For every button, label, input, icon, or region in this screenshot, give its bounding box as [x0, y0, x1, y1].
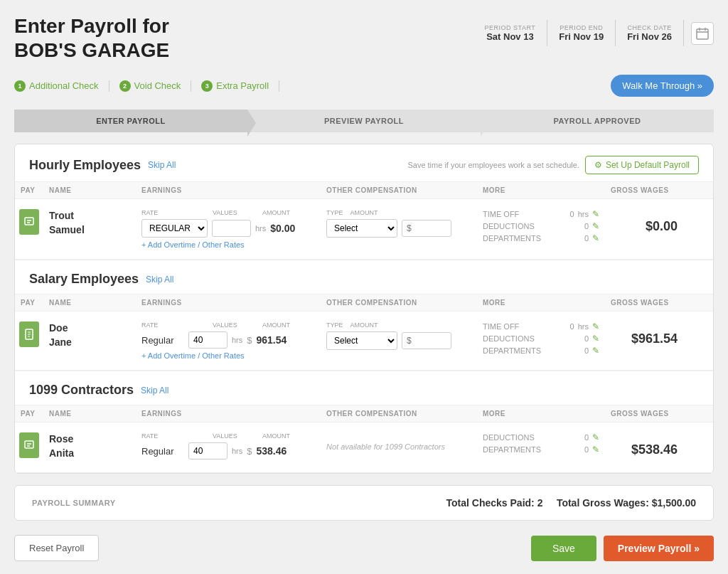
wrench-icon: ⚙ — [594, 160, 602, 170]
contractor-departments-edit-icon[interactable]: ✎ — [592, 445, 599, 455]
preview-payroll-button[interactable]: Preview Payroll » — [604, 536, 714, 561]
period-end: PERIOD END Fri Nov 19 — [547, 20, 616, 46]
salary-section: Salary Employees Skip All PAY NAME EARNI… — [15, 260, 713, 371]
hours-input[interactable] — [212, 220, 251, 237]
svg-rect-4 — [25, 218, 33, 225]
salary-hours-input[interactable] — [188, 331, 228, 349]
footer-buttons: Reset Payroll Save Preview Payroll » — [14, 535, 714, 561]
employee-pay-icon — [19, 209, 39, 235]
comp-amount-input[interactable] — [402, 220, 451, 237]
table-row: Doe Jane RATE VALUES AMOUNT Regular hrs … — [15, 312, 713, 371]
deductions-edit-icon[interactable]: ✎ — [592, 221, 599, 231]
salary-skip-all[interactable]: Skip All — [146, 275, 173, 285]
additional-check-icon: 1 — [14, 80, 26, 92]
add-overtime-link[interactable]: + Add Overtime / Other Rates — [141, 351, 315, 360]
summary-values: Total Checks Paid: 2 Total Gross Wages: … — [446, 497, 696, 509]
contractors-other-comp-cell: Not available for 1099 Contractors — [321, 430, 477, 454]
contractor-earnings-amount: 538.46 — [257, 445, 296, 457]
departments-edit-icon[interactable]: ✎ — [592, 233, 599, 243]
contractors-section-title: 1099 Contractors — [29, 383, 134, 398]
salary-other-comp-cell: TYPE AMOUNT Select — [321, 319, 477, 353]
payroll-summary-card: PAYROLL SUMMARY Total Checks Paid: 2 Tot… — [14, 485, 714, 521]
salary-earnings-amount: 961.54 — [257, 334, 296, 346]
step-payroll-approved[interactable]: PAYROLL APPROVED — [481, 110, 714, 132]
salary-gross-amount: $961.54 — [611, 331, 678, 346]
hourly-skip-all[interactable]: Skip All — [148, 160, 176, 170]
progress-steps: ENTER PAYROLL PREVIEW PAYROLL PAYROLL AP… — [14, 110, 714, 132]
contractor-gross-amount: $538.46 — [611, 442, 678, 457]
extra-payroll-link[interactable]: 3 Extra Payroll — [201, 80, 279, 92]
contractor-deductions-edit-icon[interactable]: ✎ — [592, 432, 599, 442]
contractor-hours-input[interactable] — [188, 442, 228, 459]
employee-pay-icon — [19, 321, 39, 347]
svg-rect-11 — [25, 441, 33, 448]
void-check-icon: 2 — [119, 80, 131, 92]
svg-rect-0 — [697, 29, 708, 39]
contractors-skip-all[interactable]: Skip All — [141, 386, 168, 395]
extra-payroll-icon: 3 — [201, 80, 213, 92]
main-payroll-card: Hourly Employees Skip All Save time if y… — [14, 144, 714, 474]
salary-time-off-edit-icon[interactable]: ✎ — [592, 321, 599, 331]
period-start: PERIOD START Sat Nov 13 — [473, 20, 548, 46]
table-row: Rose Anita RATE VALUES AMOUNT Regular hr… — [15, 422, 713, 473]
contractors-earnings-cell: RATE VALUES AMOUNT Regular hrs $ 538.46 — [136, 430, 321, 465]
salary-section-title: Salary Employees — [29, 272, 139, 287]
hourly-section-title: Hourly Employees — [29, 158, 141, 173]
time-off-edit-icon[interactable]: ✎ — [592, 209, 599, 219]
set-default-payroll-button[interactable]: ⚙ Set Up Default Payroll — [585, 156, 699, 174]
earnings-amount: $0.00 — [270, 223, 309, 234]
salary-comp-amount-input[interactable] — [402, 332, 451, 349]
gross-amount: $0.00 — [611, 219, 678, 234]
comp-type-select[interactable]: Select — [326, 219, 397, 238]
salary-departments-edit-icon[interactable]: ✎ — [592, 346, 599, 356]
more-cell: TIME OFF 0 hrs ✎ DEDUCTIONS 0 ✎ — [477, 206, 605, 248]
salary-gross-wages-cell: $961.54 — [605, 319, 683, 349]
salary-comp-type-select[interactable]: Select — [326, 331, 397, 350]
salary-table-header: PAY NAME EARNINGS OTHER COMPENSATION MOR… — [15, 294, 713, 312]
hourly-earnings-cell: RATE VALUES AMOUNT REGULAR hrs $0.00 + A… — [136, 206, 321, 252]
other-comp-cell: TYPE AMOUNT Select — [321, 206, 477, 240]
walk-me-through-button[interactable]: Walk Me Through » — [611, 75, 714, 97]
reset-payroll-button[interactable]: Reset Payroll — [14, 535, 99, 561]
salary-earnings-cell: RATE VALUES AMOUNT Regular hrs $ 961.54 … — [136, 319, 321, 363]
contractors-gross-wages-cell: $538.46 — [605, 430, 683, 460]
employee-name: Rose Anita — [43, 430, 136, 463]
contractors-more-cell: DEDUCTIONS 0 ✎ DEPARTMENTS 0 ✎ — [477, 430, 605, 459]
employee-name: Doe Jane — [43, 319, 136, 352]
additional-check-link[interactable]: 1 Additional Check — [14, 80, 109, 92]
rate-select[interactable]: REGULAR — [141, 219, 208, 238]
salary-deductions-edit-icon[interactable]: ✎ — [592, 334, 599, 344]
add-overtime-link[interactable]: + Add Overtime / Other Rates — [141, 240, 315, 249]
contractors-section: 1099 Contractors Skip All PAY NAME EARNI… — [15, 371, 713, 473]
check-date: CHECK DATE Fri Nov 26 — [616, 20, 684, 46]
contractors-table-header: PAY NAME EARNINGS OTHER COMPENSATION MOR… — [15, 405, 713, 422]
salary-more-cell: TIME OFF 0 hrs ✎ DEDUCTIONS 0 ✎ — [477, 319, 605, 361]
hourly-section: Hourly Employees Skip All Save time if y… — [15, 144, 713, 260]
calendar-icon[interactable] — [691, 22, 714, 45]
gross-wages-cell: $0.00 — [605, 206, 683, 237]
page-title: Enter Payroll for BOB'S GARAGE — [14, 14, 169, 62]
employee-pay-icon — [19, 432, 39, 458]
step-enter-payroll[interactable]: ENTER PAYROLL — [14, 110, 247, 132]
void-check-link[interactable]: 2 Void Check — [119, 80, 192, 92]
table-row: Trout Samuel RATE VALUES AMOUNT REGULAR — [15, 199, 713, 260]
action-links-bar: 1 Additional Check 2 Void Check 3 Extra … — [14, 75, 714, 97]
save-button[interactable]: Save — [531, 536, 596, 561]
employee-name: Trout Samuel — [43, 206, 136, 240]
hourly-table-header: PAY NAME EARNINGS OTHER COMPENSATION MOR… — [15, 181, 713, 199]
step-preview-payroll[interactable]: PREVIEW PAYROLL — [247, 110, 481, 132]
